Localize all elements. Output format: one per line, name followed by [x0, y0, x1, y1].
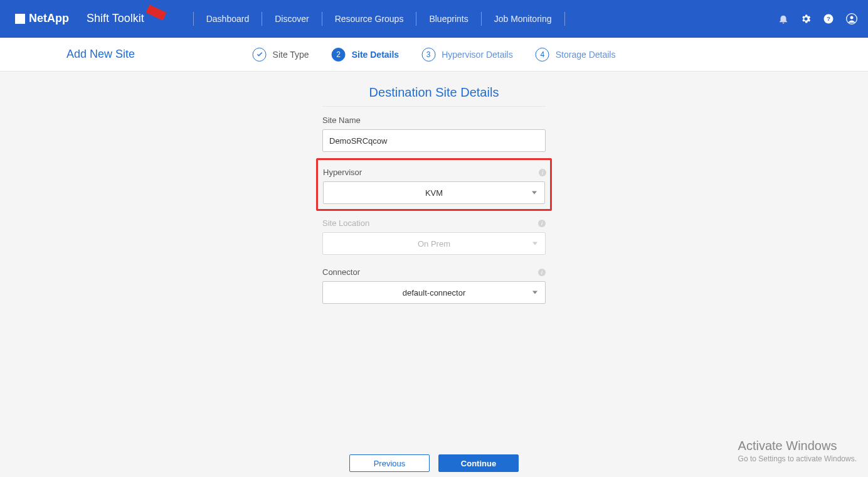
nav-dashboard[interactable]: Dashboard: [205, 11, 251, 26]
site-details-form: Site Name Hypervisor i KVM Site Location…: [322, 115, 546, 316]
help-icon[interactable]: ?: [823, 13, 834, 24]
chevron-down-icon: [532, 291, 537, 294]
wizard-footer: Previous Continue: [0, 454, 868, 477]
hypervisor-select[interactable]: KVM: [323, 181, 545, 204]
chevron-down-icon: [532, 191, 537, 195]
hypervisor-value: KVM: [425, 188, 443, 198]
nav-separator: [481, 12, 482, 26]
site-location-label: Site Location: [322, 218, 546, 228]
check-icon: [253, 48, 267, 62]
chevron-down-icon: [532, 242, 537, 245]
site-location-value: On Prem: [418, 239, 450, 249]
panel-title: Destination Site Details: [369, 85, 499, 100]
step-number-icon: 2: [332, 48, 346, 62]
top-bar: NetApp Shift Toolkit Dashboard Discover …: [0, 0, 868, 38]
continue-button-label: Continue: [461, 459, 496, 468]
svg-text:?: ?: [827, 15, 830, 22]
nav-blueprints[interactable]: Blueprints: [428, 11, 469, 26]
product-label: Shift Toolkit: [87, 12, 144, 24]
nav-separator: [262, 12, 262, 26]
divider: [322, 106, 546, 107]
hypervisor-highlight: Hypervisor i KVM: [316, 158, 552, 211]
previous-button[interactable]: Previous: [349, 454, 430, 472]
step-storage-details[interactable]: 4 Storage Details: [536, 48, 616, 62]
user-account-icon[interactable]: [845, 13, 858, 25]
step-label: Site Type: [273, 50, 309, 60]
step-number-icon: 3: [421, 48, 435, 62]
product-name: Shift Toolkit: [87, 12, 166, 25]
previous-button-label: Previous: [374, 459, 406, 468]
wizard-stepper: Site Type 2 Site Details 3 Hypervisor De…: [253, 48, 616, 62]
subheader-bar: Add New Site Site Type 2 Site Details 3 …: [0, 38, 868, 72]
nav-separator: [322, 12, 322, 26]
field-site-name: Site Name: [322, 115, 546, 152]
company-logo: NetApp: [15, 12, 69, 25]
main-nav: Dashboard Discover Resource Groups Bluep…: [182, 11, 576, 26]
nav-resource-groups[interactable]: Resource Groups: [334, 11, 405, 26]
nav-discover[interactable]: Discover: [273, 11, 310, 26]
settings-gear-icon[interactable]: [800, 13, 812, 24]
hypervisor-label: Hypervisor: [323, 168, 545, 177]
nav-separator: [416, 12, 416, 26]
main-content: Destination Site Details Site Name Hyper…: [0, 72, 868, 454]
step-number-icon: 4: [536, 48, 549, 62]
site-name-input[interactable]: [322, 129, 546, 152]
info-icon[interactable]: i: [538, 220, 546, 227]
nav-separator: [564, 12, 565, 26]
nav-separator: [193, 12, 194, 26]
connector-value: default-connector: [403, 288, 465, 297]
field-connector: Connector i default-connector: [322, 267, 546, 304]
connector-label: Connector: [322, 267, 546, 277]
company-name: NetApp: [29, 12, 69, 25]
preview-ribbon-icon: [146, 4, 166, 20]
topbar-right-icons: ?: [778, 13, 858, 25]
nav-job-monitoring[interactable]: Job Monitoring: [493, 11, 553, 26]
field-site-location: Site Location i On Prem: [322, 218, 546, 255]
svg-point-3: [850, 16, 854, 19]
info-icon[interactable]: i: [539, 169, 546, 176]
site-name-label: Site Name: [322, 115, 546, 125]
step-site-type[interactable]: Site Type: [253, 48, 309, 62]
connector-select[interactable]: default-connector: [322, 281, 546, 304]
step-hypervisor-details[interactable]: 3 Hypervisor Details: [421, 48, 513, 62]
notifications-icon[interactable]: [778, 13, 789, 24]
step-label: Storage Details: [556, 50, 616, 60]
site-location-select: On Prem: [322, 232, 546, 255]
continue-button[interactable]: Continue: [438, 454, 519, 472]
page-title: Add New Site: [66, 48, 135, 61]
info-icon[interactable]: i: [538, 269, 546, 276]
step-site-details[interactable]: 2 Site Details: [332, 48, 399, 62]
step-label: Site Details: [352, 50, 399, 60]
netapp-logo-icon: [15, 14, 25, 24]
step-label: Hypervisor Details: [442, 50, 513, 60]
